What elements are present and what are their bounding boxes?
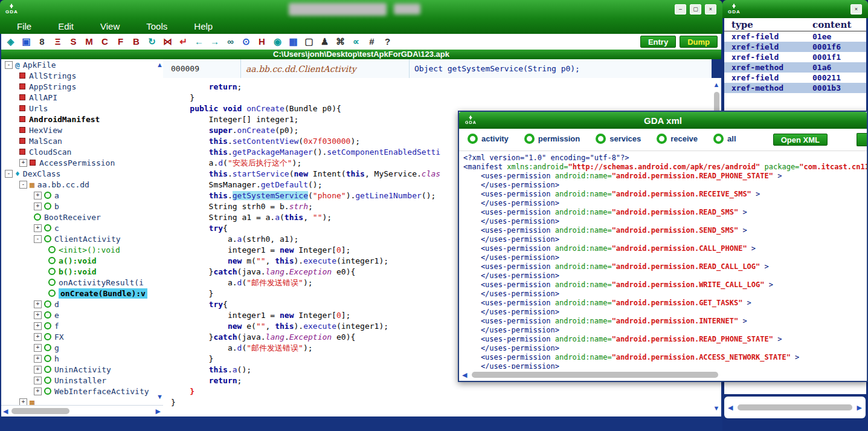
filter-all[interactable]: all (713, 134, 736, 144)
tree-item[interactable]: +a (1, 190, 163, 201)
scroll-left-icon[interactable]: ◀ (462, 372, 467, 378)
tree-item[interactable]: -@ApkFile (1, 59, 163, 70)
xref-row[interactable]: xref-field000211 (724, 73, 866, 83)
dump-button[interactable]: Dump (680, 36, 718, 48)
f-icon[interactable]: F (115, 36, 126, 47)
tree-item[interactable]: +UninActivity (1, 364, 163, 375)
chain-icon[interactable]: ∝ (350, 36, 362, 47)
menu-edit[interactable]: Edit (45, 21, 87, 31)
tree-item[interactable]: onActivityResult(i (1, 277, 163, 288)
search-icon[interactable]: ⊙ (240, 36, 252, 47)
xml-horizontal-scrollbar[interactable]: ◀ (459, 369, 867, 381)
hash-icon[interactable]: # (366, 36, 378, 47)
tree-item[interactable]: AllStrings (1, 70, 163, 81)
scroll-thumb[interactable] (472, 372, 718, 378)
expander-icon[interactable]: + (34, 203, 42, 210)
menu-help[interactable]: Help (181, 21, 226, 31)
tree-item[interactable]: BootReceiver (1, 212, 163, 222)
expander-icon[interactable]: + (34, 366, 42, 374)
expander-icon[interactable]: + (34, 355, 42, 363)
tree-item[interactable]: +f (1, 320, 163, 331)
command-icon[interactable]: ⌘ (335, 36, 346, 47)
scroll-right-icon[interactable]: ▶ (857, 404, 862, 411)
filter-permission[interactable]: permission (524, 134, 580, 144)
apk-icon[interactable]: ◈ (5, 36, 16, 47)
open-xml-button[interactable]: Open XML (773, 134, 828, 146)
tree-item[interactable]: +d (1, 299, 163, 309)
eye-icon[interactable]: ◉ (272, 36, 283, 47)
tree-item[interactable]: AppStrings (1, 81, 163, 92)
scroll-down-icon[interactable]: ▼ (156, 394, 163, 400)
tree-item[interactable]: MalScan (1, 135, 163, 146)
expander-icon[interactable]: - (5, 170, 13, 178)
xref-row[interactable]: xref-field0001f1 (724, 52, 866, 62)
tree-item[interactable]: +b (1, 201, 163, 212)
minimize-button[interactable]: – (675, 4, 686, 15)
tree-item[interactable]: Urls (1, 103, 163, 114)
menu-file[interactable]: File (4, 21, 45, 31)
expander-icon[interactable]: + (34, 333, 42, 341)
tree-horizontal-scrollbar[interactable]: ◀ ▶ (1, 405, 163, 416)
xref-row[interactable]: xref-field0001f6 (724, 42, 866, 52)
expander-icon[interactable]: + (34, 377, 42, 384)
expander-icon[interactable]: + (34, 192, 42, 199)
filter-services[interactable]: services (596, 134, 641, 144)
monitor-icon[interactable]: ▢ (303, 36, 315, 47)
expander-icon[interactable]: + (19, 159, 27, 167)
tree-item[interactable]: -ClientActivity (1, 233, 163, 244)
expander-icon[interactable]: + (19, 398, 27, 406)
back-arrow-icon[interactable]: ← (193, 36, 205, 47)
tree-item[interactable]: +c (1, 222, 163, 233)
strings-icon[interactable]: Ξ (52, 36, 63, 47)
c-icon[interactable]: C (99, 36, 111, 47)
help-icon[interactable]: ? (382, 36, 393, 47)
forward-arrow-icon[interactable]: → (209, 36, 220, 47)
android-icon[interactable]: ♟ (319, 36, 330, 47)
masks-icon[interactable]: ⋈ (162, 36, 173, 47)
filter-receive[interactable]: receive (657, 134, 698, 144)
xref-row[interactable]: xref-field01ee (724, 31, 866, 42)
expander-icon[interactable]: + (34, 344, 42, 352)
tree-item[interactable]: b():void (1, 266, 163, 277)
tree-item[interactable]: a():void (1, 255, 163, 266)
grid-icon[interactable]: ▦ (288, 36, 299, 47)
expander-icon[interactable]: - (5, 61, 13, 69)
expander-icon[interactable]: + (34, 224, 42, 232)
tree-item[interactable]: +h (1, 353, 163, 364)
filter-activity[interactable]: activity (468, 134, 509, 144)
tree-item[interactable]: +▦ (1, 397, 163, 405)
close-button[interactable]: × (705, 4, 716, 15)
xref-row[interactable]: xref-method0001b3 (724, 83, 866, 93)
expander-icon[interactable]: + (34, 311, 42, 319)
scroll-up-icon[interactable]: ▲ (156, 62, 163, 68)
tree-item[interactable]: +FX (1, 331, 163, 342)
manifest-xml-view[interactable]: <?xml version="1.0" encoding="utf-8"?><m… (459, 151, 867, 369)
menu-tools[interactable]: Tools (133, 21, 181, 31)
scroll-left-icon[interactable]: ◀ (728, 404, 733, 411)
tree-item[interactable]: -▦aa.bb.cc.dd (1, 179, 163, 190)
tree-item[interactable]: onCreate(Bundle):v (1, 288, 163, 299)
tree-item[interactable]: +e (1, 309, 163, 320)
expander-icon[interactable]: + (34, 387, 42, 395)
tree-item[interactable]: +g (1, 342, 163, 353)
b-icon[interactable]: B (130, 36, 142, 47)
scroll-up-icon[interactable]: ▲ (713, 82, 720, 88)
scroll-right-icon[interactable]: ▶ (156, 408, 161, 415)
scroll-left-icon[interactable]: ◀ (3, 408, 8, 415)
tree-item[interactable]: AndroidManifest (1, 114, 163, 125)
entry-button[interactable]: Entry (640, 36, 676, 48)
expander-icon[interactable]: - (34, 235, 42, 243)
tree-item[interactable]: CloudScan (1, 146, 163, 157)
expander-icon[interactable]: + (34, 322, 42, 330)
m-icon[interactable]: M (83, 36, 95, 47)
scroll-thumb[interactable] (738, 404, 852, 410)
tree-item[interactable]: <init>():void (1, 244, 163, 255)
link-8-icon[interactable]: 8 (36, 36, 48, 47)
tree-item[interactable]: -♦DexClass (1, 168, 163, 179)
tree-item[interactable]: +AccessPermission (1, 157, 163, 168)
tree-item[interactable]: AllAPI (1, 92, 163, 103)
tree-item[interactable]: HexView (1, 125, 163, 135)
scroll-thumb[interactable] (11, 408, 69, 414)
expander-icon[interactable]: + (34, 300, 42, 308)
save-icon[interactable]: ▣ (21, 36, 32, 47)
